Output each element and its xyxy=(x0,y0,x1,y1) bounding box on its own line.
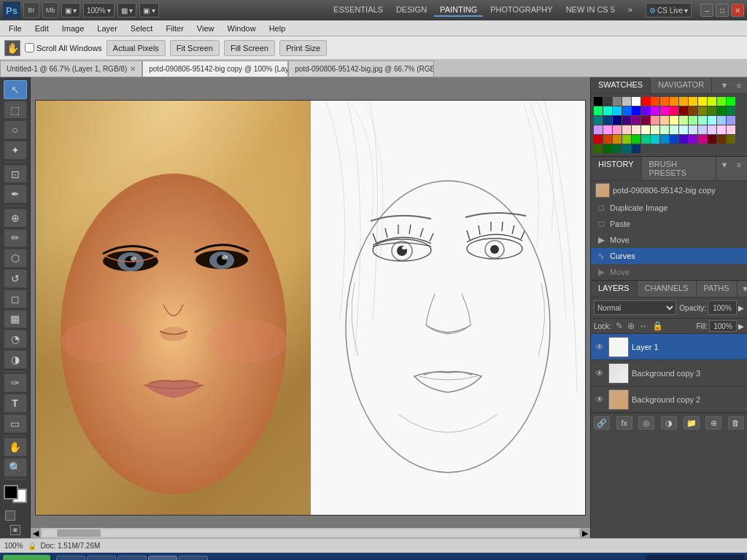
swatch-666600[interactable] xyxy=(727,135,735,144)
swatch-88cc00[interactable] xyxy=(622,135,631,144)
swatch-400080[interactable] xyxy=(622,116,631,125)
swatch-800080[interactable] xyxy=(632,116,640,125)
more-tabs-btn[interactable]: » xyxy=(622,4,638,17)
swatch-ccff00[interactable] xyxy=(708,97,716,106)
swatch-808000[interactable] xyxy=(698,106,707,115)
swatch-ff8c00[interactable] xyxy=(670,97,678,106)
swatch-003366[interactable] xyxy=(632,144,640,153)
swatch-c0c0c0[interactable] xyxy=(622,97,631,106)
swatch-00cc88[interactable] xyxy=(641,135,650,144)
swatch-9999ff[interactable] xyxy=(727,116,735,125)
lasso-tool[interactable]: ○ xyxy=(4,120,27,139)
channels-tab[interactable]: CHANNELS xyxy=(638,281,697,297)
ie-taskbar-app[interactable]: e xyxy=(56,556,85,560)
menu-file[interactable]: File xyxy=(3,23,28,34)
swatch-cc00ff[interactable] xyxy=(651,106,659,115)
eyedropper-tool[interactable]: ✒ xyxy=(4,184,27,203)
layer-visibility-0[interactable]: 👁 xyxy=(594,341,605,353)
swatch-ffcc99[interactable] xyxy=(660,116,669,125)
swatch-0066ff[interactable] xyxy=(622,106,631,115)
blur-tool[interactable]: ◔ xyxy=(4,330,27,349)
swatch-ccffe5[interactable] xyxy=(670,125,678,134)
start-button[interactable]: ⊞ Start xyxy=(3,555,50,560)
history-brush-tool[interactable]: ↺ xyxy=(4,269,27,288)
opacity-arrow[interactable]: ▶ xyxy=(738,304,744,312)
magic-wand-tool[interactable]: ✦ xyxy=(4,141,27,160)
swatch-ffff99[interactable] xyxy=(670,116,678,125)
layer-mask-btn[interactable]: ◎ xyxy=(638,416,654,429)
screen-mode-dropdown[interactable]: ▣ ▾ xyxy=(139,3,159,18)
swatch-800040[interactable] xyxy=(641,116,650,125)
swatch-ccffff[interactable] xyxy=(679,125,688,134)
swatch-008080[interactable] xyxy=(594,116,603,125)
screen-mode-btn[interactable]: ▣ xyxy=(10,525,20,535)
swatch-00cc00[interactable] xyxy=(632,135,640,144)
canvas-area[interactable]: ◀ ▶ xyxy=(31,77,590,538)
swatch-008000[interactable] xyxy=(717,106,726,115)
swatch-008040[interactable] xyxy=(727,106,735,115)
doc-tab-0-close[interactable]: ✕ xyxy=(130,65,136,73)
bridge-icon[interactable]: Br xyxy=(23,2,39,18)
gradient-tool[interactable]: ▦ xyxy=(4,310,27,329)
swatch-e5ccff[interactable] xyxy=(708,125,716,134)
history-item-3[interactable]: ▶Move xyxy=(591,232,747,248)
swatches-collapse-btn[interactable]: ▼ xyxy=(718,79,731,92)
healing-brush-tool[interactable]: ⊕ xyxy=(4,209,27,228)
swatch-800000[interactable] xyxy=(679,106,688,115)
layer-new-btn[interactable]: ⊕ xyxy=(705,416,721,429)
layers-tab[interactable]: LAYERS xyxy=(591,281,638,297)
swatch-ff9999[interactable] xyxy=(651,116,659,125)
mini-bridge-icon[interactable]: Mb xyxy=(42,2,58,18)
fill-input[interactable] xyxy=(709,320,737,332)
arrange-dropdown[interactable]: ▣ ▾ xyxy=(61,3,80,18)
swatch-ffffcc[interactable] xyxy=(641,125,650,134)
color-swatches[interactable] xyxy=(4,485,27,503)
layer-item-1[interactable]: 👁Background copy 3 xyxy=(591,360,747,386)
layer-item-2[interactable]: 👁Background copy 2 xyxy=(591,386,747,413)
swatch-4400cc[interactable] xyxy=(679,135,688,144)
actual-pixels-btn[interactable]: Actual Pixels xyxy=(107,40,166,56)
history-tab[interactable]: HISTORY xyxy=(591,157,642,180)
print-size-btn[interactable]: Print Size xyxy=(279,40,327,56)
swatch-663300[interactable] xyxy=(717,135,726,144)
history-item-0[interactable]: potd-090806-95142-big copy xyxy=(591,181,747,200)
menu-filter[interactable]: Filter xyxy=(160,23,189,34)
scroll-left-btn[interactable]: ◀ xyxy=(31,528,41,538)
swatch-0000ff[interactable] xyxy=(632,106,640,115)
swatch-ffcc00[interactable] xyxy=(689,97,697,106)
layer-link-btn[interactable]: 🔗 xyxy=(594,416,610,429)
new-in-cs5-tab[interactable]: NEW IN CS 5 xyxy=(560,4,621,17)
hand-tool[interactable]: ✋ xyxy=(4,438,27,456)
scroll-all-checkbox-input[interactable] xyxy=(25,43,34,52)
swatch-cc99ff[interactable] xyxy=(594,125,603,134)
swatches-menu-btn[interactable]: ≡ xyxy=(732,79,746,92)
history-item-2[interactable]: □Paste xyxy=(591,216,747,232)
swatch-004080[interactable] xyxy=(603,116,612,125)
swatch-cc0000[interactable] xyxy=(594,135,603,144)
swatch-ff00cc[interactable] xyxy=(660,106,669,115)
swatch-99ff99[interactable] xyxy=(689,116,697,125)
lock-all-btn[interactable]: 🔒 xyxy=(652,321,663,331)
menu-layer[interactable]: Layer xyxy=(91,23,123,34)
fill-arrow[interactable]: ▶ xyxy=(738,322,744,330)
lock-position-btn[interactable]: ↔ xyxy=(639,321,648,331)
swatch-000080[interactable] xyxy=(613,116,622,125)
menu-select[interactable]: Select xyxy=(125,23,159,34)
swatch-336600[interactable] xyxy=(594,144,603,153)
marquee-tool[interactable]: ⬚ xyxy=(4,101,27,120)
swatch-ccffcc[interactable] xyxy=(660,125,669,134)
design-tab[interactable]: DESIGN xyxy=(390,4,433,17)
swatch-006633[interactable] xyxy=(613,144,622,153)
opacity-input[interactable] xyxy=(708,300,737,315)
swatch-cc4400[interactable] xyxy=(603,135,612,144)
pen-tool[interactable]: ✑ xyxy=(4,373,27,392)
navigator-tab[interactable]: NAVIGATOR xyxy=(651,77,712,93)
cs-live-btn[interactable]: ⚙ CS Live ▾ xyxy=(646,3,692,18)
swatch-000000[interactable] xyxy=(594,97,603,106)
menu-image[interactable]: Image xyxy=(56,23,90,34)
swatch-408000[interactable] xyxy=(708,106,716,115)
swatch-00ccff[interactable] xyxy=(613,106,622,115)
swatch-ffcce5[interactable] xyxy=(727,125,735,134)
layer-visibility-2[interactable]: 👁 xyxy=(594,394,605,405)
swatch-ff0066[interactable] xyxy=(670,106,678,115)
